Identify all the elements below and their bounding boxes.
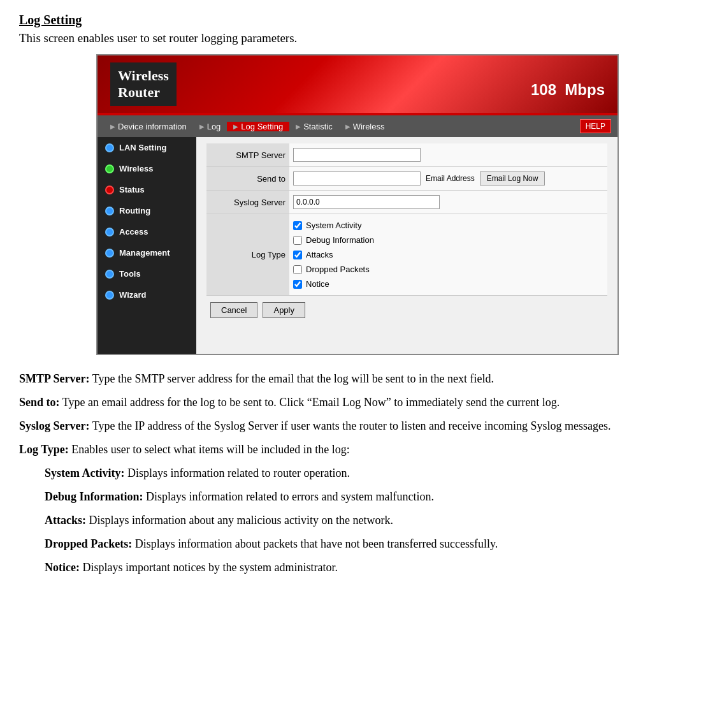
router-logo-text: Wireless Router: [110, 62, 177, 106]
sidebar-item-wizard[interactable]: Wizard: [98, 284, 196, 305]
checkbox-notice: Notice: [293, 277, 603, 291]
router-header: Wireless Router 108 Mbps: [98, 55, 618, 113]
checkbox-system-activity-input[interactable]: [293, 221, 302, 230]
debug-detail: Debug Information: Displays information …: [19, 488, 696, 506]
syslog-server-label: Syslog Server: [206, 191, 289, 214]
checkbox-notice-input[interactable]: [293, 280, 302, 289]
help-button[interactable]: HELP: [580, 119, 611, 133]
main-area: LAN Setting Wireless Status Routing Acce…: [98, 137, 618, 354]
send-to-desc-text: Type an email address for the log to be …: [60, 396, 560, 409]
syslog-desc-text: Type the IP address of the Syslog Server…: [89, 419, 610, 432]
nav-arrow-icon: ▶: [296, 123, 301, 130]
description-section: SMTP Server: Type the SMTP server addres…: [19, 370, 696, 576]
system-activity-detail: System Activity: Displays information re…: [19, 465, 696, 482]
debug-term: Debug Information:: [45, 490, 143, 503]
sidebar: LAN Setting Wireless Status Routing Acce…: [98, 137, 196, 354]
log-type-desc-text: Enables user to select what items will b…: [69, 443, 350, 456]
apply-button[interactable]: Apply: [263, 302, 305, 318]
form-button-row: Cancel Apply: [206, 296, 607, 318]
checkbox-debug-information-label: Debug Information: [306, 235, 374, 245]
send-to-description: Send to: Type an email address for the l…: [19, 394, 696, 411]
smtp-description: SMTP Server: Type the SMTP server addres…: [19, 370, 696, 388]
attacks-text: Displays information about any malicious…: [86, 514, 393, 527]
notice-term: Notice:: [45, 561, 80, 574]
send-to-cell: Email Address Email Log Now: [289, 167, 607, 191]
form-table: SMTP Server Send to Email Address Email …: [206, 143, 607, 296]
page-intro: This screen enables user to set router l…: [19, 31, 696, 45]
nav-item-wireless[interactable]: ▶ Wireless: [339, 122, 391, 131]
sidebar-item-lan-setting[interactable]: LAN Setting: [98, 137, 196, 158]
nav-item-log[interactable]: ▶ Log: [193, 122, 227, 131]
log-type-term: Log Type:: [19, 443, 69, 456]
sidebar-item-status[interactable]: Status: [98, 179, 196, 200]
send-to-row: Send to Email Address Email Log Now: [206, 167, 607, 191]
smtp-server-row: SMTP Server: [206, 143, 607, 167]
smtp-server-label: SMTP Server: [206, 143, 289, 167]
nav-arrow-icon: ▶: [233, 123, 238, 130]
checkbox-attacks-label: Attacks: [306, 250, 333, 259]
checkbox-debug-information: Debug Information: [293, 233, 603, 247]
sidebar-item-access[interactable]: Access: [98, 221, 196, 242]
dropped-packets-term: Dropped Packets:: [45, 537, 132, 550]
checkbox-attacks-input[interactable]: [293, 251, 302, 259]
notice-text: Displays important notices by the system…: [80, 561, 338, 574]
email-log-now-button[interactable]: Email Log Now: [480, 171, 545, 186]
log-type-checkboxes: System Activity Debug Information Attack…: [293, 219, 603, 291]
nav-arrow-icon: ▶: [199, 123, 205, 130]
sidebar-item-management[interactable]: Management: [98, 242, 196, 263]
log-type-cell: System Activity Debug Information Attack…: [289, 214, 607, 296]
system-activity-text: Displays information related to router o…: [124, 467, 349, 479]
checkbox-system-activity: System Activity: [293, 219, 603, 232]
send-to-input[interactable]: [293, 171, 421, 186]
syslog-server-cell: [289, 191, 607, 214]
page-title: Log Setting: [19, 13, 696, 27]
sidebar-item-routing[interactable]: Routing: [98, 200, 196, 221]
log-setting-form: SMTP Server Send to Email Address Email …: [196, 137, 618, 354]
checkbox-dropped-packets-input[interactable]: [293, 265, 302, 274]
dot-icon: [105, 207, 114, 215]
nav-arrow-icon: ▶: [345, 123, 350, 130]
log-type-label: Log Type: [206, 214, 289, 296]
dot-icon: [105, 291, 114, 300]
syslog-server-row: Syslog Server: [206, 191, 607, 214]
checkbox-dropped-packets-label: Dropped Packets: [306, 265, 370, 274]
dot-icon: [105, 143, 114, 152]
sidebar-item-tools[interactable]: Tools: [98, 263, 196, 284]
system-activity-term: System Activity:: [45, 467, 124, 479]
smtp-server-input[interactable]: [293, 148, 421, 162]
smtp-desc-text: Type the SMTP server address for the ema…: [89, 372, 494, 385]
nav-item-log-setting[interactable]: ▶ Log Setting: [227, 122, 289, 131]
dot-icon: [105, 270, 114, 279]
smtp-server-cell: [289, 143, 607, 167]
debug-text: Displays information related to errors a…: [143, 490, 434, 503]
log-type-row: Log Type System Activity Debug Informati…: [206, 214, 607, 296]
dropped-packets-text: Displays information about packets that …: [132, 537, 498, 550]
sidebar-item-wireless[interactable]: Wireless: [98, 158, 196, 179]
smtp-term: SMTP Server:: [19, 372, 89, 385]
nav-bar: ▶ Device information ▶ Log ▶ Log Setting…: [98, 115, 618, 137]
checkbox-notice-label: Notice: [306, 279, 329, 289]
dot-icon: [105, 249, 114, 258]
attacks-term: Attacks:: [45, 514, 86, 527]
checkbox-dropped-packets: Dropped Packets: [293, 263, 603, 276]
dot-icon: [105, 164, 114, 173]
nav-arrow-icon: ▶: [110, 123, 115, 130]
attacks-detail: Attacks: Displays information about any …: [19, 512, 696, 529]
checkbox-debug-information-input[interactable]: [293, 236, 302, 245]
cancel-button[interactable]: Cancel: [210, 302, 257, 318]
send-to-input-group: Email Address Email Log Now: [293, 171, 603, 186]
syslog-server-input[interactable]: [293, 195, 440, 209]
dot-icon: [105, 186, 114, 194]
nav-item-statistic[interactable]: ▶ Statistic: [289, 122, 339, 131]
syslog-description: Syslog Server: Type the IP address of th…: [19, 418, 696, 435]
dot-icon: [105, 228, 114, 237]
send-to-label: Send to: [206, 167, 289, 191]
checkbox-system-activity-label: System Activity: [306, 221, 361, 230]
email-address-label: Email Address: [426, 174, 475, 183]
checkbox-attacks: Attacks: [293, 248, 603, 261]
router-ui-panel: Wireless Router 108 Mbps ▶ Device inform…: [96, 54, 619, 355]
syslog-term: Syslog Server:: [19, 419, 89, 432]
nav-item-device-information[interactable]: ▶ Device information: [104, 122, 193, 131]
log-type-description: Log Type: Enables user to select what it…: [19, 441, 696, 458]
notice-detail: Notice: Displays important notices by th…: [19, 559, 696, 576]
